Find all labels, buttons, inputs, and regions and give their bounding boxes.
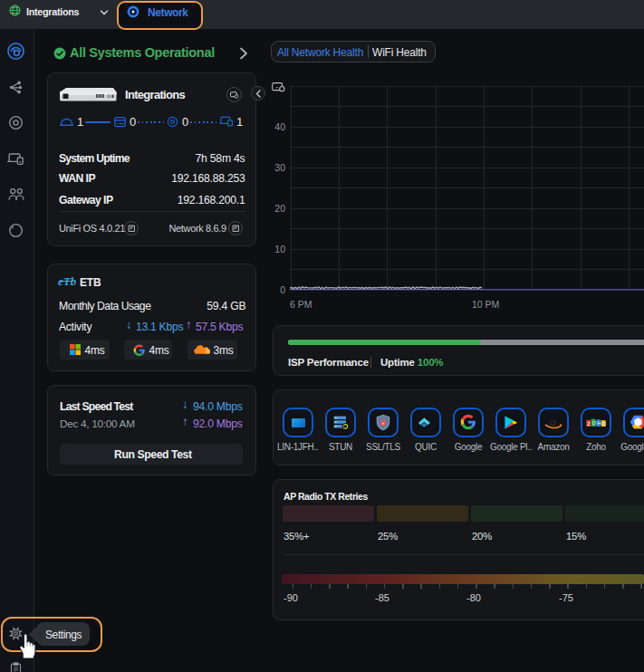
svg-text:H: H <box>597 420 601 426</box>
svg-text:O: O <box>592 420 597 426</box>
svg-text:O: O <box>602 421 606 427</box>
svg-text:Z: Z <box>587 421 591 427</box>
